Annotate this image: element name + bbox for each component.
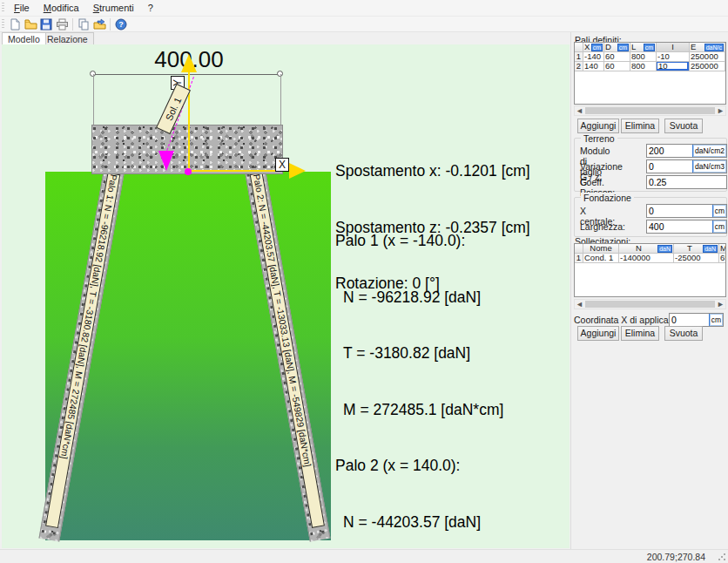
cell-e[interactable]: 250000	[690, 62, 725, 71]
toolstrip-grip	[2, 3, 4, 13]
fondazione-title: Fondazione	[581, 193, 634, 203]
svg-text:?: ?	[118, 20, 124, 29]
row-header[interactable]: 1	[575, 52, 583, 62]
pali-table[interactable]: Xcm Dcm Lcm I EdaN/c 1 -140 60 800 -10 2…	[574, 42, 726, 105]
toolbar-separator	[110, 18, 111, 31]
pali-row-1[interactable]: 1 -140 60 800 -10 250000	[575, 52, 725, 62]
dimension-line	[93, 74, 280, 75]
cell-x[interactable]: -140	[583, 52, 604, 62]
unit-tag: daN/cm2	[692, 145, 726, 157]
tab-modello[interactable]: Modello	[2, 32, 46, 44]
col-d[interactable]: Dcm	[604, 43, 630, 52]
model-canvas[interactable]: Palo 1: N = -96218.92 [daN], T = -3180.8…	[2, 44, 570, 548]
x-axis-label: X	[275, 158, 289, 172]
variazione-gz-input[interactable]	[647, 160, 692, 173]
col-nome[interactable]: Nome	[583, 244, 619, 254]
col-e[interactable]: EdaN/c	[690, 43, 725, 52]
cell-i-editing[interactable]: 10	[657, 62, 690, 71]
cell-x[interactable]: 140	[583, 62, 604, 71]
result-line: N = -96218.92 [daN]	[335, 288, 517, 308]
col-n[interactable]: NdaN	[619, 244, 674, 254]
cell-nome[interactable]: Cond. 1	[583, 254, 619, 263]
pali-row-2[interactable]: 2 140 60 800 10 250000	[575, 62, 725, 71]
pali-aggiungi-button[interactable]: Aggiungi	[577, 119, 619, 133]
unit-tag: daN/cm3	[692, 160, 726, 173]
larghezza-input[interactable]	[647, 220, 712, 233]
col-t[interactable]: TdaN	[674, 244, 719, 254]
menu-bar: FFileile Modifica Strumenti ?	[0, 0, 728, 17]
unit-tag: daN	[657, 245, 672, 253]
toolbar-separator	[72, 18, 73, 31]
sollecitazioni-hscrollbar[interactable]: ◄ ►	[574, 299, 726, 309]
cell-e[interactable]: 250000	[690, 52, 725, 62]
result-line: Spostamento x: -0.1201 [cm]	[335, 162, 530, 181]
unit-tag: cm	[709, 314, 723, 326]
print-icon	[56, 18, 69, 31]
resize-grip[interactable]	[718, 553, 726, 561]
scroll-left-icon[interactable]: ◄	[575, 106, 584, 115]
sollecitazioni-aggiungi-button[interactable]: Aggiungi	[577, 326, 619, 341]
coeff-poisson-input[interactable]	[647, 176, 726, 188]
cell-editor[interactable]: 10	[657, 62, 689, 71]
foundation-block	[91, 125, 283, 174]
col-l[interactable]: Lcm	[630, 43, 657, 52]
cell-d[interactable]: 60	[604, 52, 630, 62]
toolstrip-grip	[2, 19, 4, 30]
cell-n[interactable]: -140000	[619, 254, 674, 263]
modulo-taglio-input[interactable]	[647, 145, 692, 157]
col-x[interactable]: Xcm	[583, 43, 604, 52]
origin-point	[185, 168, 192, 175]
unit-tag: cm	[712, 220, 726, 233]
dimension-extension-right	[280, 74, 281, 125]
cell-t[interactable]: -25000	[674, 254, 719, 263]
row-header[interactable]: 1	[575, 254, 583, 263]
x-centrale-input[interactable]	[647, 205, 712, 217]
y-axis-line	[188, 62, 190, 172]
help-button[interactable]: ?	[114, 17, 129, 31]
pile-results: Palo 1 (x = -140.0): N = -96218.92 [daN]…	[335, 194, 517, 548]
new-document-button[interactable]	[8, 17, 23, 31]
pali-hscrollbar[interactable]: ◄ ►	[574, 105, 726, 116]
cell-m[interactable]: 650	[719, 254, 725, 263]
sollecitazioni-svuota-button[interactable]: Svuota	[664, 326, 703, 341]
sollecitazioni-row-1[interactable]: 1 Cond. 1 -140000 -25000 650	[575, 254, 725, 263]
col-i[interactable]: I	[657, 43, 690, 52]
cell-l[interactable]: 800	[630, 62, 657, 71]
cursor-coordinates: 200.79;270.84	[647, 552, 705, 562]
save-button[interactable]	[39, 17, 54, 31]
coordinata-x-input[interactable]	[670, 314, 709, 326]
col-m[interactable]: M	[719, 244, 725, 254]
scroll-right-icon[interactable]: ►	[716, 106, 725, 115]
sollecitazioni-elimina-button[interactable]: Elimina	[621, 326, 659, 341]
larghezza-label: Larghezza:	[580, 221, 625, 232]
menu-strumenti[interactable]: Strumenti	[86, 1, 141, 15]
cell-d[interactable]: 60	[604, 62, 630, 71]
export-button[interactable]	[92, 17, 107, 31]
scroll-thumb[interactable]	[585, 301, 715, 308]
scroll-left-icon[interactable]: ◄	[575, 300, 584, 309]
toolbar: ?	[0, 17, 728, 32]
menu-help[interactable]: ?	[141, 1, 160, 15]
pali-svuota-button[interactable]: Svuota	[664, 119, 703, 133]
tab-relazione[interactable]: Relazione	[41, 32, 94, 44]
pali-elimina-button[interactable]: Elimina	[621, 119, 659, 133]
copy-button[interactable]	[77, 17, 91, 31]
menu-file[interactable]: FFileile	[7, 1, 37, 15]
copy-icon	[78, 18, 90, 31]
scroll-right-icon[interactable]: ►	[716, 300, 725, 309]
open-folder-icon	[24, 18, 37, 31]
unit-tag: cm	[712, 205, 726, 217]
result-line: Palo 2 (x = 140.0):	[335, 457, 517, 476]
result-line: M = 272485.1 [daN*cm]	[335, 401, 517, 420]
menu-modifica[interactable]: Modifica	[37, 1, 86, 15]
dimension-extension-left	[93, 74, 94, 125]
cell-i[interactable]: -10	[657, 52, 690, 62]
print-button[interactable]	[55, 17, 70, 31]
app-window: FFileile Modifica Strumenti ? ?	[0, 0, 728, 563]
cell-l[interactable]: 800	[630, 52, 657, 62]
row-header[interactable]: 2	[575, 62, 583, 71]
sollecitazioni-table[interactable]: Nome NdaN TdaN M 1 Cond. 1 -140000 -2500…	[574, 243, 726, 297]
open-button[interactable]	[24, 17, 38, 31]
result-line: N = -44203.57 [daN]	[335, 513, 517, 532]
scroll-thumb[interactable]	[585, 107, 715, 114]
